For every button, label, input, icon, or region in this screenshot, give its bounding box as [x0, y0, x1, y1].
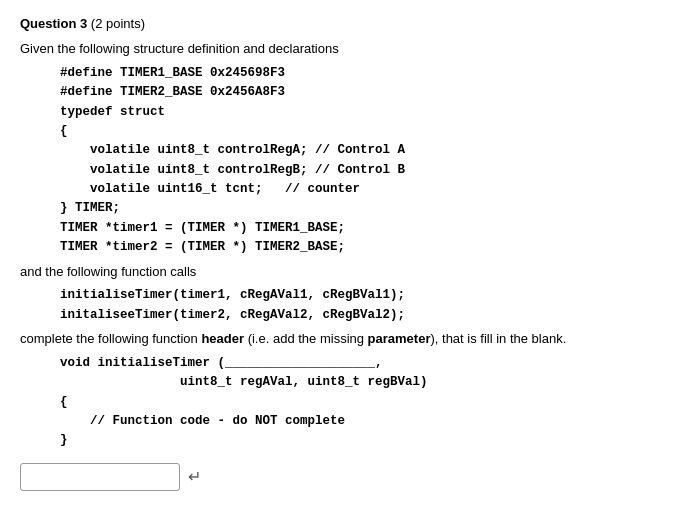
code-define-block: #define TIMER1_BASE 0x245698F3 #define T… [60, 64, 655, 258]
code-line-4: { [60, 122, 655, 141]
code-line-7: volatile uint16_t tcnt; // counter [60, 180, 655, 199]
closing-bold-parameter: parameter [368, 331, 431, 346]
call-line-1: initialiseTimer(timer1, cRegAVal1, cRegB… [60, 286, 655, 305]
func-line-5: } [60, 431, 655, 450]
mid-text: and the following function calls [20, 262, 655, 283]
func-line-1: void initialiseTimer (__________________… [60, 354, 655, 373]
code-line-6: volatile uint8_t controlRegB; // Control… [60, 161, 655, 180]
closing-text: complete the following function header (… [20, 329, 655, 350]
submit-icon[interactable]: ↵ [188, 467, 201, 486]
intro-text: Given the following structure definition… [20, 39, 655, 60]
question-header: Question 3 (2 points) [20, 16, 655, 31]
code-line-9: TIMER *timer1 = (TIMER *) TIMER1_BASE; [60, 219, 655, 238]
question-points: (2 points) [91, 16, 145, 31]
func-line-2: uint8_t regAVal, uint8_t regBVal) [60, 373, 655, 392]
function-block: void initialiseTimer (__________________… [60, 354, 655, 451]
code-line-1: #define TIMER1_BASE 0x245698F3 [60, 64, 655, 83]
answer-input[interactable] [20, 463, 180, 491]
code-line-2: #define TIMER2_BASE 0x2456A8F3 [60, 83, 655, 102]
call-line-2: initaliseeTimer(timer2, cRegAVal2, cRegB… [60, 306, 655, 325]
code-line-3: typedef struct [60, 103, 655, 122]
question-number: Question 3 [20, 16, 87, 31]
answer-area: ↵ [20, 463, 655, 491]
code-line-5: volatile uint8_t controlRegA; // Control… [60, 141, 655, 160]
func-line-4: // Function code - do NOT complete [60, 412, 655, 431]
code-line-8: } TIMER; [60, 199, 655, 218]
calls-block: initialiseTimer(timer1, cRegAVal1, cRegB… [60, 286, 655, 325]
closing-part1: complete the following function [20, 331, 201, 346]
closing-bold-header: header [201, 331, 244, 346]
closing-part2: (i.e. add the missing [244, 331, 368, 346]
closing-part3: ), that is fill in the blank. [430, 331, 566, 346]
question-body: Given the following structure definition… [20, 39, 655, 451]
func-line-3: { [60, 393, 655, 412]
code-line-10: TIMER *timer2 = (TIMER *) TIMER2_BASE; [60, 238, 655, 257]
